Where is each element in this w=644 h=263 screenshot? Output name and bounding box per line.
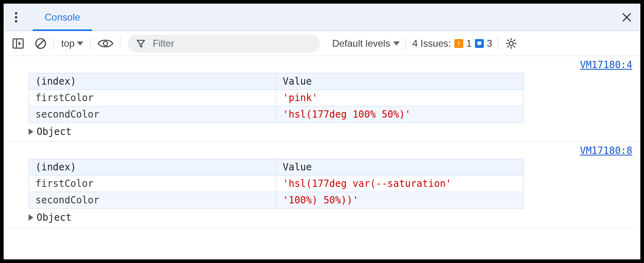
table-header-index[interactable]: (index)	[29, 159, 277, 176]
object-label: Object	[37, 126, 72, 137]
prohibit-icon	[35, 37, 47, 50]
clear-console-button[interactable]	[33, 36, 48, 51]
cell-key: secondColor	[29, 106, 277, 123]
cell-value: 'pink'	[276, 90, 524, 106]
expand-triangle-icon	[29, 214, 33, 221]
object-label: Object	[37, 212, 72, 223]
cell-key: secondColor	[29, 192, 277, 209]
log-entry: VM17180:4 (index) Value firstColor 'pink…	[4, 56, 640, 142]
object-expand[interactable]: Object	[4, 209, 640, 223]
issues-label: 4 Issues:	[412, 38, 451, 49]
warn-count: 1	[466, 38, 472, 49]
console-table: (index) Value firstColor 'hsl(177deg var…	[29, 159, 524, 209]
sidebar-icon	[12, 38, 24, 49]
warn-badge-icon	[454, 39, 463, 48]
issues-indicator[interactable]: 4 Issues: 1 3	[412, 38, 492, 49]
devtools-window: Console top	[0, 0, 644, 263]
source-link[interactable]: VM17180:8	[580, 145, 632, 156]
source-link[interactable]: VM17180:4	[580, 59, 632, 70]
close-devtools-button[interactable]	[619, 9, 635, 25]
svg-point-0	[15, 12, 17, 14]
close-icon	[622, 12, 632, 22]
table-header-index[interactable]: (index)	[29, 73, 277, 90]
table-row[interactable]: firstColor 'hsl(177deg var(--saturation'	[29, 176, 524, 192]
cell-value: '100%) 50%))'	[276, 192, 524, 209]
levels-label: Default levels	[332, 38, 390, 49]
cell-key: firstColor	[29, 176, 277, 192]
toggle-sidebar-button[interactable]	[11, 36, 25, 51]
execution-context-selector[interactable]: top	[60, 38, 85, 49]
separator	[498, 37, 498, 50]
svg-rect-6	[458, 41, 459, 44]
tab-console[interactable]: Console	[33, 4, 92, 31]
source-row: VM17180:8	[4, 142, 640, 159]
console-settings-button[interactable]	[504, 36, 518, 51]
dropdown-triangle-icon	[77, 41, 83, 46]
table-row[interactable]: secondColor '100%) 50%))'	[29, 192, 524, 209]
info-badge-icon	[475, 39, 484, 48]
separator	[120, 37, 120, 50]
context-label: top	[61, 38, 74, 49]
table-header-value[interactable]: Value	[276, 73, 524, 90]
log-entry: VM17180:8 (index) Value firstColor 'hsl(…	[4, 142, 640, 228]
cell-key: firstColor	[29, 90, 277, 106]
console-toolbar: top Default levels	[4, 31, 640, 56]
filter-field[interactable]	[128, 35, 320, 52]
source-row: VM17180:4	[4, 56, 640, 73]
svg-rect-3	[13, 39, 23, 48]
console-output: VM17180:4 (index) Value firstColor 'pink…	[4, 56, 640, 259]
dropdown-triangle-icon	[393, 41, 400, 46]
tabbar: Console	[4, 4, 640, 31]
eye-icon	[97, 38, 114, 49]
cell-value: 'hsl(177deg var(--saturation'	[276, 176, 524, 192]
table-row[interactable]: secondColor 'hsl(177deg 100% 50%)'	[29, 106, 524, 123]
separator	[54, 37, 54, 50]
tab-label: Console	[45, 12, 80, 23]
more-tabs-button[interactable]	[9, 10, 23, 24]
svg-rect-7	[458, 45, 459, 46]
kebab-icon	[15, 12, 17, 23]
svg-point-2	[15, 20, 17, 23]
log-level-selector[interactable]: Default levels	[332, 38, 400, 49]
live-expression-button[interactable]	[97, 36, 114, 51]
funnel-icon	[136, 39, 145, 48]
gear-icon	[505, 37, 517, 50]
svg-point-5	[103, 41, 107, 45]
table-header-value[interactable]: Value	[276, 159, 524, 176]
object-expand[interactable]: Object	[4, 123, 640, 137]
tab-strip: Console	[33, 4, 92, 31]
svg-point-8	[509, 41, 513, 46]
separator	[405, 37, 406, 50]
filter-input[interactable]	[152, 37, 311, 50]
info-count: 3	[487, 38, 492, 49]
expand-triangle-icon	[29, 128, 33, 135]
console-table: (index) Value firstColor 'pink' secondCo…	[29, 73, 524, 123]
svg-point-1	[15, 16, 17, 19]
separator	[91, 37, 91, 50]
table-row[interactable]: firstColor 'pink'	[29, 90, 524, 106]
cell-value: 'hsl(177deg 100% 50%)'	[276, 106, 524, 123]
